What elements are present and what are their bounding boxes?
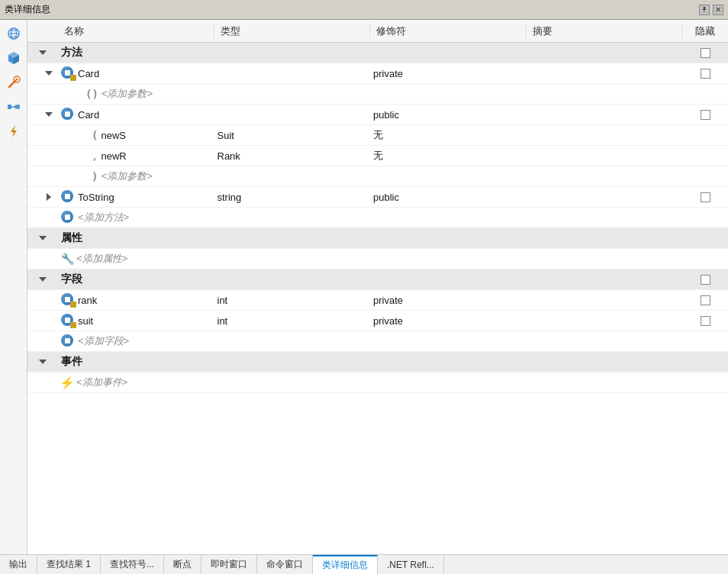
expand-icon xyxy=(45,112,53,117)
section-methods-checkbox[interactable] xyxy=(701,48,710,58)
gear-icon: 🔧 xyxy=(61,253,73,265)
row-newr-rank[interactable]: , newR Rank 无 xyxy=(27,146,728,166)
toolbar-wrench-icon[interactable] xyxy=(3,72,24,93)
paren-open-icon: () xyxy=(85,88,98,100)
toolbar-flow-icon[interactable] xyxy=(3,96,24,118)
header-hidden: 隐藏 xyxy=(682,24,728,38)
tostring-method-icon xyxy=(61,190,75,204)
section-properties-label: 属性 xyxy=(58,228,214,248)
suit-field-checkbox[interactable] xyxy=(701,316,710,326)
tab-breakpoints[interactable]: 断点 xyxy=(164,555,201,574)
left-toolbar xyxy=(0,20,27,554)
svg-point-10 xyxy=(15,79,18,81)
section-fields[interactable]: 字段 xyxy=(27,269,728,290)
add-method-icon xyxy=(61,211,75,224)
row-add-method[interactable]: <添加方法> xyxy=(27,208,728,228)
toolbar-globe-icon[interactable] xyxy=(3,23,24,44)
collapsed-icon xyxy=(47,193,51,201)
section-events-label: 事件 xyxy=(58,352,214,372)
rank-field-checkbox[interactable] xyxy=(701,295,710,305)
add-field-icon xyxy=(61,334,75,348)
field-lock-icon-2 xyxy=(61,314,75,327)
expand-icon xyxy=(39,50,47,55)
row-news-suit[interactable]: ( newS Suit 无 xyxy=(27,125,728,146)
pin-button[interactable]: 🖈 xyxy=(699,5,710,15)
section-fields-expand[interactable] xyxy=(27,269,58,289)
bottom-tab-bar: 输出 查找结果 1 查找符号... 断点 即时窗口 命令窗口 类详细信息 .NE… xyxy=(0,554,728,574)
lock-badge-2 xyxy=(70,322,76,328)
expand-icon xyxy=(39,360,47,364)
section-fields-checkbox[interactable] xyxy=(701,275,710,285)
row-suit-field[interactable]: suit int private xyxy=(27,311,728,331)
section-properties[interactable]: 属性 xyxy=(27,228,728,249)
method-open-icon xyxy=(61,108,75,121)
card-public-name: Card xyxy=(58,105,214,124)
comma-icon: , xyxy=(92,150,98,162)
news-suit-name: ( newS xyxy=(58,125,214,145)
svg-marker-14 xyxy=(11,125,17,137)
add-property-name: 🔧 <添加属性> xyxy=(58,249,214,269)
toolbar-cube-icon[interactable] xyxy=(3,47,24,69)
add-param-1-name: () <添加参数> xyxy=(58,84,214,104)
title-bar: 类详细信息 🖈 ✕ xyxy=(0,0,728,20)
expand-icon xyxy=(39,236,47,240)
tab-class-detail[interactable]: 类详细信息 xyxy=(313,555,378,574)
tab-dotnet-refl[interactable]: .NET Refl... xyxy=(378,555,444,574)
lock-badge xyxy=(70,302,76,308)
section-events[interactable]: 事件 xyxy=(27,352,728,372)
section-methods-expand[interactable] xyxy=(27,43,58,63)
add-event-name: ⚡ <添加事件> xyxy=(58,372,214,392)
class-detail-panel: 名称 类型 修饰符 摘要 隐藏 方法 xyxy=(27,20,728,554)
section-fields-label: 字段 xyxy=(58,269,214,289)
header-type: 类型 xyxy=(214,24,371,38)
section-methods-label: 方法 xyxy=(58,43,214,63)
window-title: 类详细信息 xyxy=(5,3,50,16)
tostring-name: ToString xyxy=(58,187,214,207)
card-private-checkbox[interactable] xyxy=(701,69,710,79)
expand-icon xyxy=(39,277,47,282)
row-card-public[interactable]: Card public xyxy=(27,105,728,125)
tab-find-symbol[interactable]: 查找符号... xyxy=(101,555,164,574)
card-public-checkbox[interactable] xyxy=(701,110,710,120)
row-card-private[interactable]: Card private xyxy=(27,63,728,84)
expand-icon xyxy=(45,71,53,76)
section-properties-expand[interactable] xyxy=(27,228,58,248)
row-add-property[interactable]: 🔧 <添加属性> xyxy=(27,249,728,269)
paren-open-param-icon: ( xyxy=(92,129,98,141)
field-lock-icon xyxy=(61,293,75,307)
header-name: 名称 xyxy=(58,24,214,38)
row-add-param-2[interactable]: ) <添加参数> xyxy=(27,166,728,187)
tostring-expand[interactable] xyxy=(27,187,58,207)
rank-field-name: rank xyxy=(58,290,214,310)
lock-badge xyxy=(70,75,76,81)
suit-field-name: suit xyxy=(58,311,214,331)
lightning-event-icon: ⚡ xyxy=(61,376,73,389)
tab-command[interactable]: 命令窗口 xyxy=(257,555,313,574)
tab-output[interactable]: 输出 xyxy=(0,555,37,574)
main-content: 名称 类型 修饰符 摘要 隐藏 方法 xyxy=(0,20,728,554)
card-private-expand[interactable] xyxy=(27,63,58,83)
tostring-checkbox[interactable] xyxy=(701,192,710,202)
header-modifier: 修饰符 xyxy=(370,24,527,38)
tab-find-results-1[interactable]: 查找结果 1 xyxy=(37,555,101,574)
header-summary: 摘要 xyxy=(527,24,683,38)
row-rank-field[interactable]: rank int private xyxy=(27,290,728,311)
section-events-expand[interactable] xyxy=(27,352,58,372)
tab-immediate[interactable]: 即时窗口 xyxy=(201,555,257,574)
row-add-field[interactable]: <添加字段> xyxy=(27,331,728,352)
add-field-name: <添加字段> xyxy=(58,331,214,351)
svg-rect-11 xyxy=(8,105,11,109)
card-private-name: Card xyxy=(58,63,214,83)
section-methods[interactable]: 方法 xyxy=(27,43,728,63)
card-public-expand[interactable] xyxy=(27,105,58,124)
row-add-event[interactable]: ⚡ <添加事件> xyxy=(27,372,728,393)
close-button[interactable]: ✕ xyxy=(713,5,723,15)
row-tostring[interactable]: ToString string public xyxy=(27,187,728,208)
table-body: 方法 xyxy=(27,43,728,554)
add-method-name: <添加方法> xyxy=(58,208,214,227)
table-header: 名称 类型 修饰符 摘要 隐藏 xyxy=(27,20,728,43)
method-lock-icon xyxy=(61,66,75,80)
add-param-2-name: ) <添加参数> xyxy=(58,166,214,186)
row-add-param-1[interactable]: () <添加参数> xyxy=(27,84,728,105)
toolbar-lightning-icon[interactable] xyxy=(3,121,24,142)
